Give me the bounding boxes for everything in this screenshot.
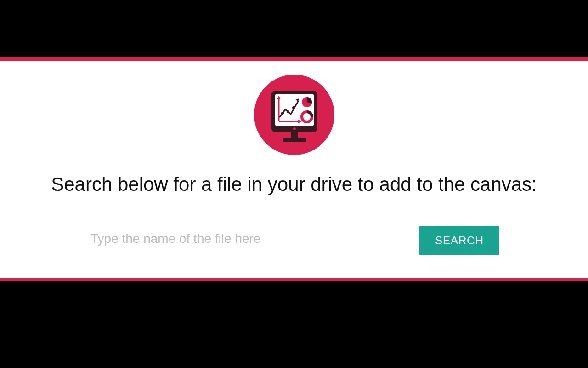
search-button[interactable]: SEARCH — [419, 226, 499, 255]
svg-point-10 — [281, 112, 284, 115]
svg-point-15 — [293, 127, 296, 130]
svg-point-11 — [287, 110, 289, 113]
search-panel: Search below for a file in your drive to… — [0, 57, 588, 281]
search-heading: Search below for a file in your drive to… — [14, 173, 574, 196]
search-row: SEARCH — [0, 226, 588, 255]
svg-point-12 — [292, 106, 295, 109]
file-search-input[interactable] — [89, 228, 387, 253]
monitor-analytics-icon — [254, 75, 334, 157]
panel-icon-container — [0, 75, 588, 157]
